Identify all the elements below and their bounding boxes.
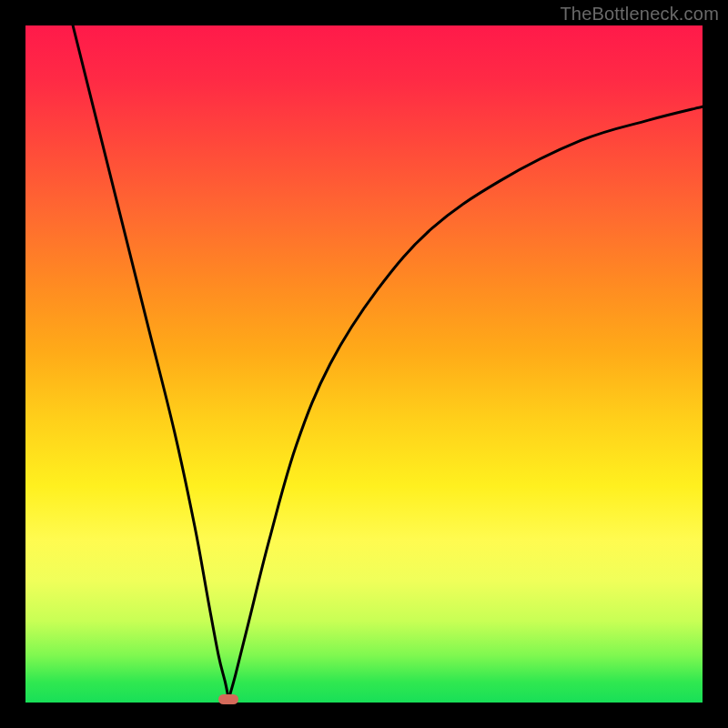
left-branch-path [73,25,228,699]
curve-layer [25,25,703,703]
chart-frame: TheBottleneck.com [0,0,728,728]
right-branch-path [228,106,703,699]
plot-area [25,25,703,703]
watermark-text: TheBottleneck.com [560,4,719,25]
vertex-marker [218,694,238,704]
